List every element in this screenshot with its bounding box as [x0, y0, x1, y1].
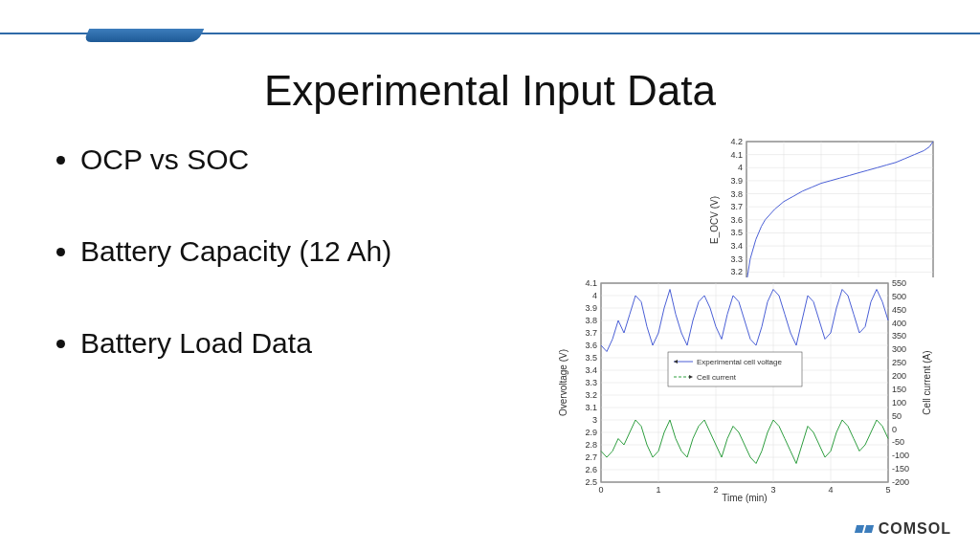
svg-text:Experimental cell voltage: Experimental cell voltage	[697, 358, 782, 366]
chart-load-data: Experimental cell voltage Cell current 2…	[555, 277, 938, 507]
bullet-list: OCP vs SOC Battery Capacity (12 Ah) Batt…	[57, 143, 536, 419]
svg-text:400: 400	[892, 319, 906, 328]
svg-text:3.3: 3.3	[730, 254, 743, 264]
bullet-item: Battery Load Data	[80, 327, 536, 360]
svg-text:3.3: 3.3	[585, 378, 597, 387]
slide-top-decoration	[0, 29, 980, 46]
svg-text:3.9: 3.9	[585, 303, 597, 313]
svg-text:550: 550	[892, 278, 906, 288]
svg-text:200: 200	[892, 371, 906, 381]
svg-text:0: 0	[598, 485, 603, 495]
svg-text:150: 150	[892, 385, 906, 394]
grid-h	[746, 142, 933, 285]
logo-square-icon	[855, 525, 864, 533]
svg-text:350: 350	[892, 331, 906, 341]
svg-text:4: 4	[592, 291, 597, 300]
load-xlabel: Time (min)	[722, 493, 767, 503]
svg-text:3.2: 3.2	[730, 267, 743, 276]
svg-text:1: 1	[656, 485, 660, 495]
svg-text:2.9: 2.9	[585, 428, 597, 437]
svg-text:3: 3	[770, 485, 775, 495]
load-ylabel2: Cell current (A)	[922, 350, 932, 414]
svg-text:3: 3	[592, 415, 597, 425]
svg-text:4.1: 4.1	[585, 278, 597, 288]
svg-rect-0	[746, 142, 933, 285]
svg-text:300: 300	[892, 344, 906, 354]
svg-text:450: 450	[892, 305, 906, 315]
svg-text:3.4: 3.4	[585, 365, 597, 375]
svg-text:100: 100	[892, 398, 906, 408]
ocp-curve	[746, 142, 933, 282]
svg-text:250: 250	[892, 358, 906, 367]
svg-text:-200: -200	[892, 477, 909, 487]
svg-text:0: 0	[892, 425, 897, 434]
svg-text:4.2: 4.2	[730, 137, 743, 146]
svg-text:2.8: 2.8	[585, 440, 597, 450]
svg-text:3.4: 3.4	[730, 241, 743, 251]
svg-text:4: 4	[738, 163, 743, 172]
svg-text:3.5: 3.5	[585, 353, 597, 363]
svg-text:5: 5	[885, 485, 890, 495]
load-ylabel: Overvoltage (V)	[558, 349, 568, 416]
svg-text:2: 2	[713, 485, 718, 495]
svg-text:2.5: 2.5	[585, 477, 597, 487]
svg-text:3.5: 3.5	[730, 228, 743, 237]
svg-text:-150: -150	[892, 464, 909, 474]
svg-text:4: 4	[828, 485, 833, 495]
svg-text:500: 500	[892, 292, 906, 301]
chart-legend: Experimental cell voltage Cell current	[668, 352, 802, 386]
svg-text:3.1: 3.1	[585, 403, 597, 412]
svg-text:2.6: 2.6	[585, 465, 597, 474]
svg-text:3.6: 3.6	[585, 341, 597, 350]
current-curve	[601, 420, 888, 464]
ocp-ylabel: E_OCV (V)	[709, 196, 720, 244]
logo-text: COMSOL	[879, 520, 951, 538]
svg-text:3.7: 3.7	[585, 328, 597, 338]
chart-load-svg: Experimental cell voltage Cell current 2…	[555, 277, 938, 507]
slide-title: Experimental Input Data	[0, 67, 980, 115]
svg-text:3.7: 3.7	[730, 202, 743, 211]
bullet-item: OCP vs SOC	[80, 143, 536, 176]
svg-text:50: 50	[892, 411, 902, 421]
comsol-logo: COMSOL	[856, 520, 951, 538]
svg-text:3.2: 3.2	[585, 390, 597, 400]
bullet-item: Battery Capacity (12 Ah)	[80, 235, 536, 268]
svg-text:3.6: 3.6	[730, 215, 743, 225]
svg-text:-100: -100	[892, 451, 909, 460]
svg-text:-50: -50	[892, 437, 904, 447]
svg-text:4.1: 4.1	[730, 150, 743, 160]
svg-text:2.7: 2.7	[585, 452, 597, 462]
svg-text:3.8: 3.8	[730, 189, 743, 199]
grid-v	[746, 142, 933, 285]
svg-text:3.8: 3.8	[585, 316, 597, 325]
svg-text:3.9: 3.9	[730, 176, 743, 186]
svg-text:Cell current: Cell current	[697, 373, 737, 382]
logo-square-icon	[864, 525, 874, 533]
